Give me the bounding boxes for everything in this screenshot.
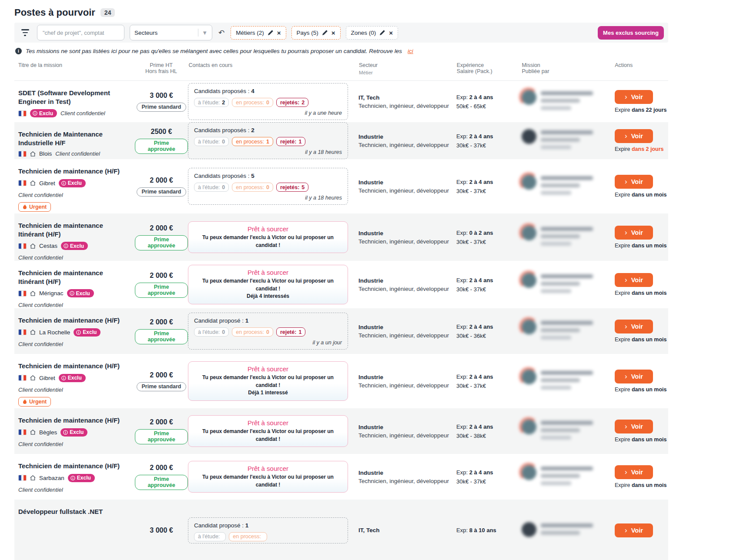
table-row[interactable]: Technicien de Maintenance Industrielle H… bbox=[14, 122, 668, 159]
ready-line: Tu peux demander l'exclu à Victor ou lui… bbox=[194, 473, 342, 489]
mission-title[interactable]: Développeur fullstack .NET bbox=[18, 507, 125, 516]
chip-a-letude: à l'étude:2 bbox=[194, 98, 229, 107]
table-row[interactable]: Développeur fullstack .NET 3 000 € Candi… bbox=[14, 500, 668, 560]
mission-title[interactable]: Technicien de Maintenance Industrielle H… bbox=[18, 130, 125, 147]
experience-label: Exp: 8 à 10 ans bbox=[456, 527, 522, 533]
voir-button[interactable]: ›Voir bbox=[615, 129, 653, 143]
salary-label: 30k€ - 37k€ bbox=[456, 239, 522, 245]
mission-title[interactable]: Technicien de maintenance Itinérant (H/F… bbox=[18, 269, 125, 286]
table-row[interactable]: Technicien de maintenance Itinérant (H/F… bbox=[14, 213, 668, 261]
filter-chip-zones[interactable]: Zones (0) × bbox=[346, 26, 398, 40]
publisher-column bbox=[522, 175, 615, 198]
metier-label: Technicien, ingénieur, développeur bbox=[358, 382, 456, 389]
table-row[interactable]: SDET (Software Development Engineer in T… bbox=[14, 80, 668, 122]
table-row[interactable]: Technicien de maintenance (H/F) Bègles E… bbox=[14, 408, 668, 454]
sector-label: IT, Tech bbox=[358, 527, 456, 533]
location-icon bbox=[30, 430, 36, 435]
client-confidentiel-label: Client confidentiel bbox=[18, 487, 135, 493]
exclu-badge: Exclu bbox=[74, 328, 100, 337]
info-icon: i bbox=[15, 48, 22, 54]
table-header: Titre de la mission Prime HTHors frais H… bbox=[14, 56, 668, 80]
chip-rejetes: rejeté:1 bbox=[276, 137, 305, 146]
metier-label: Technicien, ingénieur, développeur bbox=[358, 478, 456, 484]
edit-icon[interactable] bbox=[380, 30, 385, 35]
expire-label: Expire dans un mois bbox=[615, 290, 668, 296]
table-row[interactable]: Technicien de maintenance (H/F) Sarbazan… bbox=[14, 454, 668, 500]
search-input[interactable] bbox=[37, 25, 124, 40]
chip-label: Métiers (2) bbox=[236, 30, 264, 36]
col-header-secteur: SecteurMétier bbox=[359, 62, 457, 75]
voir-button[interactable]: ›Voir bbox=[615, 370, 653, 383]
sectors-select[interactable]: Secteurs ▼ bbox=[130, 25, 212, 40]
prime-amount: 3 000 € bbox=[135, 527, 188, 534]
expire-label: Expire dans un mois bbox=[615, 482, 668, 488]
prime-amount: 2 000 € bbox=[135, 272, 188, 280]
candidates-box: Candidat proposé : 1 à l'étude: en proce… bbox=[188, 517, 348, 543]
time-ago: il y a 18 heures bbox=[194, 192, 342, 203]
notice-link-ici[interactable]: ici bbox=[408, 48, 413, 54]
close-icon[interactable]: × bbox=[331, 30, 335, 36]
mes-exclus-sourcing-button[interactable]: Mes exclus sourcing bbox=[598, 26, 664, 40]
voir-button[interactable]: ›Voir bbox=[615, 175, 653, 189]
ready-to-source-box: Prêt à sourcer Tu peux demander l'exclu … bbox=[188, 415, 348, 447]
mission-title[interactable]: Technicien de maintenance Itinérant (H/F… bbox=[18, 221, 125, 238]
expire-label: Expire dans 2 jours bbox=[615, 146, 668, 152]
voir-button[interactable]: ›Voir bbox=[615, 273, 653, 287]
voir-button[interactable]: ›Voir bbox=[615, 465, 653, 479]
chevron-right-icon: › bbox=[625, 277, 627, 283]
table-row[interactable]: Technicien de maintenance Itinérant (H/F… bbox=[14, 261, 668, 308]
sector-label: Industrie bbox=[358, 374, 456, 380]
voir-button[interactable]: ›Voir bbox=[615, 320, 653, 333]
location-icon bbox=[30, 291, 36, 296]
exclu-badge: Exclu bbox=[59, 374, 86, 382]
publisher-avatar bbox=[522, 370, 536, 384]
experience-label: Exp: 2 à 4 ans bbox=[456, 277, 522, 283]
voir-button[interactable]: ›Voir bbox=[615, 226, 653, 240]
urgent-badge: Urgent bbox=[18, 397, 51, 407]
col-header-prime: Prime HTHors frais HL bbox=[135, 62, 188, 75]
results-count-badge: 24 bbox=[100, 8, 115, 17]
voir-button[interactable]: ›Voir bbox=[615, 90, 653, 104]
mission-title[interactable]: Technicien de maintenance (H/F) bbox=[18, 462, 125, 470]
mission-title[interactable]: Technicien de maintenance (H/F) bbox=[18, 316, 125, 325]
close-icon[interactable]: × bbox=[277, 30, 281, 36]
table-row[interactable]: Technicien de maintenance (H/F) Gibret E… bbox=[14, 159, 668, 213]
mission-title[interactable]: Technicien de maintenance (H/F) bbox=[18, 167, 125, 176]
mission-title[interactable]: Technicien de maintenance (H/F) bbox=[18, 362, 125, 370]
time-ago: il y a 18 heures bbox=[194, 146, 342, 157]
chip-label: Zones (0) bbox=[351, 30, 376, 36]
edit-icon[interactable] bbox=[268, 30, 273, 35]
mission-title[interactable]: Technicien de maintenance (H/F) bbox=[18, 416, 125, 425]
salary-label: 30k€ - 37k€ bbox=[456, 142, 522, 149]
chevron-right-icon: › bbox=[625, 469, 627, 475]
expire-label: Expire dans 22 jours bbox=[615, 107, 668, 113]
edit-icon[interactable] bbox=[322, 30, 328, 35]
publisher-avatar bbox=[522, 320, 536, 334]
close-icon[interactable]: × bbox=[389, 30, 393, 36]
mission-title[interactable]: SDET (Software Development Engineer in T… bbox=[18, 89, 125, 106]
voir-button[interactable]: ›Voir bbox=[615, 420, 653, 433]
experience-label: Exp: 2 à 4 ans bbox=[456, 133, 522, 140]
filter-chip-pays[interactable]: Pays (5) × bbox=[291, 26, 341, 40]
prime-amount: 2 000 € bbox=[135, 318, 188, 326]
flame-icon bbox=[23, 399, 27, 404]
chip-en-process: en process:0 bbox=[232, 327, 273, 337]
publisher-avatar bbox=[522, 273, 536, 288]
client-confidentiel-label: Client confidentiel bbox=[18, 302, 135, 308]
prime-badge: Prime standard bbox=[137, 382, 186, 391]
client-confidentiel-label: Client confidentiel bbox=[60, 110, 105, 117]
table-row[interactable]: Technicien de maintenance (H/F) La Roche… bbox=[14, 308, 668, 354]
client-confidentiel-label: Client confidentiel bbox=[18, 254, 135, 261]
time-ago: il y a une heure bbox=[194, 107, 342, 118]
undo-icon[interactable]: ↶ bbox=[218, 29, 224, 37]
metier-label: Technicien, ingénieur, développeur bbox=[358, 187, 456, 194]
candidates-box: Candidats proposés : 4 à l'étude:2 en pr… bbox=[188, 83, 348, 120]
filter-bar: Secteurs ▼ ↶ Métiers (2) × Pays (5) × Zo… bbox=[14, 23, 668, 43]
filter-icon[interactable] bbox=[21, 29, 29, 36]
prime-badge: Prime approuvée bbox=[135, 283, 188, 298]
client-confidentiel-label: Client confidentiel bbox=[18, 341, 135, 347]
filter-chip-metiers[interactable]: Métiers (2) × bbox=[231, 26, 286, 40]
table-row[interactable]: Technicien de maintenance (H/F) Gibret E… bbox=[14, 354, 668, 408]
chip-en-process: en process:0 bbox=[232, 183, 273, 192]
voir-button[interactable]: ›Voir bbox=[615, 523, 653, 537]
